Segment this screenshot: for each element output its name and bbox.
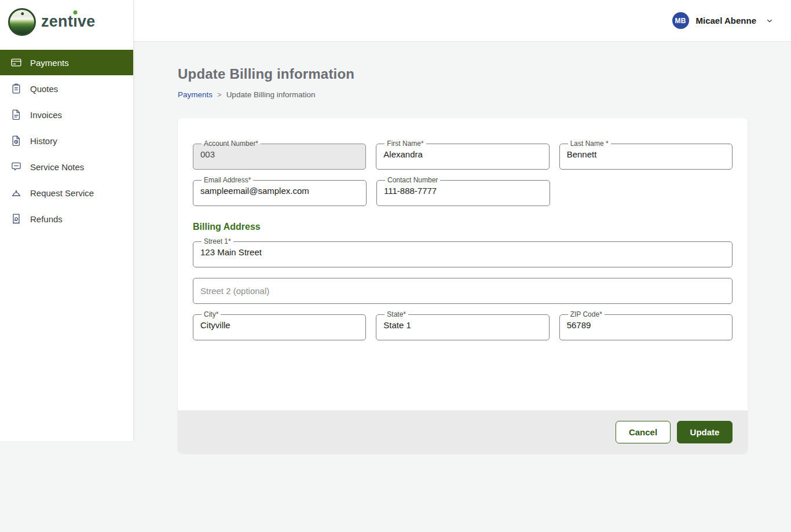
sidebar-item-label: Request Service — [30, 188, 94, 198]
top-header: MB Micael Abenne — [134, 0, 791, 42]
first-name-input[interactable] — [383, 148, 541, 159]
last-name-field: Last Name * — [559, 140, 733, 170]
update-button[interactable]: Update — [677, 421, 733, 443]
clipboard-icon — [10, 83, 22, 94]
breadcrumb-link-payments[interactable]: Payments — [178, 90, 213, 99]
contact-number-input[interactable] — [384, 184, 543, 196]
sidebar-item-quotes[interactable]: Quotes — [0, 76, 133, 101]
cancel-button[interactable]: Cancel — [616, 421, 671, 443]
contact-number-label: Contact Number — [387, 176, 438, 184]
chevron-down-icon — [766, 17, 774, 25]
street1-label: Street 1* — [204, 237, 231, 245]
sidebar-item-label: History — [30, 136, 57, 146]
city-input[interactable] — [200, 318, 358, 330]
email-label: Email Address* — [204, 176, 251, 184]
sidebar-item-label: Refunds — [30, 214, 63, 224]
sidebar-item-label: Service Notes — [30, 162, 84, 172]
zip-code-field: ZIP Code* — [559, 311, 733, 340]
breadcrumb-separator: > — [217, 90, 222, 99]
brand-logo[interactable]: zentıve — [0, 0, 133, 43]
form-row-contact: Email Address* Contact Number — [193, 177, 733, 206]
account-number-input — [200, 148, 358, 159]
breadcrumb-current: Update Billing information — [226, 90, 316, 99]
sidebar-item-label: Quotes — [30, 84, 58, 94]
street2-input[interactable] — [193, 278, 733, 304]
invoice-document-icon — [10, 109, 22, 120]
avatar: MB — [672, 12, 689, 29]
page-title: Update Billing information — [178, 66, 791, 82]
sidebar-item-service-notes[interactable]: Service Notes — [0, 154, 133, 179]
billing-address-heading: Billing Address — [193, 222, 733, 232]
service-bell-icon — [10, 187, 22, 199]
landscape-circle-logo-icon — [8, 8, 36, 36]
sidebar-item-invoices[interactable]: Invoices — [0, 102, 133, 127]
last-name-input[interactable] — [567, 148, 725, 159]
city-field: City* — [193, 311, 366, 340]
chat-note-icon — [10, 161, 22, 173]
sidebar-nav: Payments Quotes Invoices History Service… — [0, 50, 133, 232]
wordmark-end: ve — [78, 13, 96, 30]
contact-number-field: Contact Number — [376, 177, 550, 206]
form-row-street2 — [193, 274, 733, 304]
history-document-icon — [10, 135, 22, 146]
email-field: Email Address* — [193, 177, 367, 206]
state-field: State* — [376, 311, 549, 340]
billing-form-card: Account Number* First Name* Last Name * … — [178, 118, 748, 453]
user-name: Micael Abenne — [696, 16, 756, 25]
sidebar-item-label: Payments — [30, 58, 69, 68]
form-row-city-state-zip: City* State* ZIP Code* — [193, 311, 733, 340]
sidebar-item-payments[interactable]: Payments — [0, 50, 133, 75]
state-input[interactable] — [383, 318, 541, 330]
sidebar-item-request-service[interactable]: Request Service — [0, 180, 133, 206]
breadcrumb: Payments > Update Billing information — [178, 90, 791, 99]
sidebar-item-history[interactable]: History — [0, 128, 133, 153]
sidebar-item-label: Invoices — [30, 110, 62, 120]
zip-code-label: ZIP Code* — [570, 310, 602, 318]
sidebar-item-refunds[interactable]: Refunds — [0, 206, 133, 232]
wordmark-i: ı — [73, 14, 78, 30]
card-footer: Cancel Update — [178, 410, 748, 453]
state-label: State* — [387, 310, 406, 318]
email-input[interactable] — [200, 184, 359, 196]
city-label: City* — [204, 310, 218, 318]
wordmark-green-dot-icon — [74, 10, 78, 14]
form-row-names: Account Number* First Name* Last Name * — [193, 140, 733, 170]
refund-receipt-icon — [10, 213, 22, 225]
credit-card-icon — [10, 57, 22, 68]
brand-wordmark: zentıve — [41, 14, 96, 30]
last-name-label: Last Name * — [570, 140, 609, 148]
account-number-label: Account Number* — [204, 140, 258, 148]
account-number-field: Account Number* — [193, 140, 366, 170]
first-name-label: First Name* — [387, 140, 423, 148]
street1-field: Street 1* — [193, 238, 733, 267]
street1-input[interactable] — [200, 245, 725, 257]
main-content: Update Billing information Payments > Up… — [134, 42, 791, 532]
form-row-street1: Street 1* — [193, 238, 733, 267]
sidebar: zentıve Payments Quotes Invoices History — [0, 0, 134, 441]
user-menu[interactable]: MB Micael Abenne — [672, 12, 774, 29]
first-name-field: First Name* — [376, 140, 549, 170]
zip-code-input[interactable] — [567, 318, 725, 330]
wordmark-start: zent — [41, 13, 73, 30]
